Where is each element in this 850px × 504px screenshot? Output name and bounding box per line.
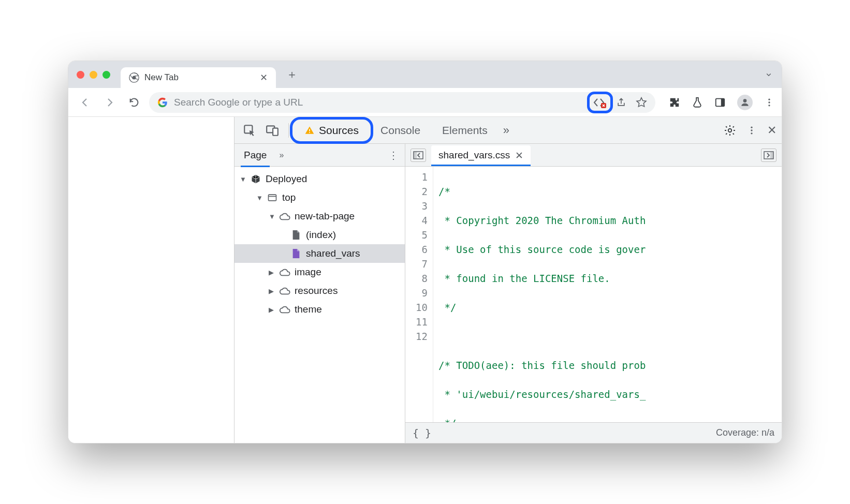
svg-point-17	[751, 132, 752, 134]
svg-rect-4	[721, 98, 724, 106]
chrome-favicon-icon	[129, 72, 139, 83]
tab-console[interactable]: Console	[371, 120, 430, 141]
content-area: Sources Console Elements »	[68, 117, 782, 443]
extensions-icon[interactable]	[669, 97, 680, 108]
tree-resources[interactable]: ▶ resources	[235, 281, 405, 300]
close-devtools-icon[interactable]: ✕	[767, 124, 776, 137]
file-tree: ▼ Deployed ▼ top	[235, 167, 405, 443]
inspect-element-icon[interactable]	[240, 121, 259, 140]
device-toggle-icon[interactable]	[262, 121, 282, 140]
svg-rect-18	[269, 195, 276, 201]
labs-icon[interactable]	[692, 97, 703, 108]
devtools-panel: Sources Console Elements »	[234, 117, 782, 443]
devtools-menu-icon[interactable]	[746, 125, 757, 136]
sidebar-tabs: Page » ⋮	[235, 144, 405, 167]
maximize-window-button[interactable]	[102, 71, 110, 79]
sidebar-menu-icon[interactable]: ⋮	[388, 149, 399, 161]
document-icon	[290, 229, 302, 241]
tab-sources[interactable]: Sources	[295, 120, 368, 141]
more-tabs-icon[interactable]: »	[500, 121, 512, 140]
tab-title: New Tab	[144, 72, 255, 83]
close-file-tab-icon[interactable]: ✕	[515, 150, 523, 161]
tree-image[interactable]: ▶ image	[235, 263, 405, 281]
line-gutter: 1 2 3 4 5 6 7 8 9 10 11 12	[405, 167, 433, 422]
new-tab-button[interactable]: ＋	[282, 65, 302, 84]
code-content: /* * Copyright 2020 The Chromium Auth * …	[433, 167, 782, 422]
tree-deployed[interactable]: ▼ Deployed	[235, 170, 405, 188]
svg-rect-12	[309, 129, 310, 131]
tab-console-label: Console	[380, 124, 420, 137]
settings-gear-icon[interactable]	[724, 124, 736, 137]
cube-icon	[250, 173, 261, 185]
sidebar-tab-page[interactable]: Page	[241, 145, 270, 165]
svg-point-16	[751, 129, 752, 131]
sources-sidebar: Page » ⋮ ▼ Deployed	[235, 144, 405, 443]
browser-menu-icon[interactable]	[764, 97, 774, 108]
pretty-print-icon[interactable]: { }	[413, 427, 431, 439]
bookmark-star-icon[interactable]	[636, 97, 647, 108]
page-viewport	[68, 117, 234, 443]
code-editor[interactable]: 1 2 3 4 5 6 7 8 9 10 11 12 /* * Copyrigh…	[405, 167, 782, 422]
side-panel-icon[interactable]	[714, 97, 726, 108]
back-button[interactable]	[76, 93, 94, 112]
navigation-toolbar: Search Google or type a URL	[68, 88, 782, 117]
profile-avatar-icon[interactable]	[737, 95, 753, 110]
file-tab-shared-vars[interactable]: shared_vars.css ✕	[431, 145, 531, 166]
browser-window: New Tab ✕ ＋ Search Google or type a URL	[68, 61, 782, 443]
css-file-icon	[290, 248, 302, 259]
editor-pane: shared_vars.css ✕ 1 2 3 4 5 6 7 8 9 10 1…	[405, 144, 782, 443]
close-tab-icon[interactable]: ✕	[260, 72, 268, 83]
sidebar-more-tabs-icon[interactable]: »	[279, 151, 284, 160]
cloud-icon	[279, 211, 290, 222]
tree-shared-vars[interactable]: shared_vars	[235, 244, 405, 263]
cloud-icon	[279, 266, 290, 278]
svg-point-14	[728, 128, 731, 131]
share-icon[interactable]	[616, 97, 626, 108]
tabs-dropdown-icon[interactable]	[764, 70, 773, 79]
window-controls	[77, 71, 110, 79]
omnibox[interactable]: Search Google or type a URL	[149, 92, 655, 113]
forward-button[interactable]	[100, 93, 119, 112]
omnibox-placeholder: Search Google or type a URL	[174, 97, 587, 108]
svg-rect-11	[273, 128, 278, 135]
svg-rect-13	[309, 132, 310, 133]
frame-icon	[267, 192, 278, 203]
titlebar: New Tab ✕ ＋	[68, 61, 782, 88]
coverage-status: Coverage: n/a	[716, 427, 774, 438]
file-tab-label: shared_vars.css	[438, 150, 510, 161]
reload-button[interactable]	[125, 94, 143, 111]
show-navigator-icon[interactable]	[411, 149, 426, 162]
devtools-indicator-icon[interactable]	[593, 97, 607, 108]
cloud-icon	[279, 304, 290, 315]
close-window-button[interactable]	[77, 71, 84, 79]
svg-point-15	[751, 126, 752, 128]
tree-index[interactable]: (index)	[235, 226, 405, 244]
tree-new-tab-page[interactable]: ▼ new-tab-page	[235, 207, 405, 226]
minimize-window-button[interactable]	[90, 71, 97, 79]
tab-elements[interactable]: Elements	[433, 120, 497, 141]
svg-point-8	[768, 105, 770, 106]
svg-rect-23	[770, 152, 773, 159]
browser-tab[interactable]: New Tab ✕	[121, 67, 276, 88]
google-g-icon	[157, 97, 168, 108]
tab-sources-label: Sources	[319, 124, 359, 137]
editor-statusbar: { } Coverage: n/a	[405, 422, 782, 443]
editor-tabs: shared_vars.css ✕	[405, 144, 782, 167]
hide-details-icon[interactable]	[761, 149, 776, 162]
warning-icon	[304, 125, 315, 136]
tab-elements-label: Elements	[442, 124, 488, 137]
svg-point-5	[743, 99, 747, 102]
tree-theme[interactable]: ▶ theme	[235, 300, 405, 319]
cloud-icon	[279, 285, 290, 297]
toolbar-actions	[669, 95, 774, 110]
tree-top[interactable]: ▼ top	[235, 188, 405, 207]
svg-point-6	[768, 98, 770, 100]
devtools-tabbar: Sources Console Elements »	[235, 117, 782, 144]
svg-rect-21	[414, 152, 417, 159]
svg-point-7	[768, 101, 770, 103]
